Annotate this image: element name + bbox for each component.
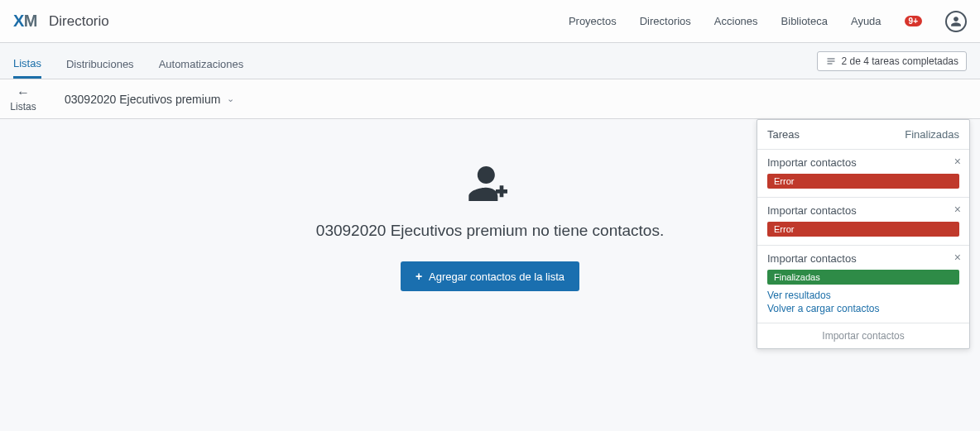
nav-ayuda[interactable]: Ayuda	[851, 15, 882, 27]
logo-m: M	[24, 12, 37, 31]
tabs: Listas Distribuciones Automatizaciones	[13, 43, 243, 79]
task-links: Ver resultados Volver a cargar contactos	[767, 290, 959, 314]
nav-directorios[interactable]: Directorios	[640, 15, 691, 27]
task-item: Importar contactos × Error	[757, 197, 969, 245]
tasks-panel-footer: Importar contactos	[757, 323, 969, 348]
task-status-bar: Error	[767, 174, 959, 189]
nav-biblioteca[interactable]: Biblioteca	[781, 15, 828, 27]
task-status-text: Error	[774, 176, 794, 186]
tab-listas[interactable]: Listas	[13, 57, 41, 79]
tasks-panel: Tareas Finalizadas Importar contactos × …	[757, 119, 970, 349]
tab-automatizaciones[interactable]: Automatizaciones	[159, 58, 244, 79]
nav-acciones[interactable]: Acciones	[714, 15, 758, 27]
add-person-icon	[467, 160, 513, 207]
task-link-results[interactable]: Ver resultados	[767, 290, 959, 301]
list-name-dropdown[interactable]: 03092020 Ejecutivos premium ⌄	[65, 93, 234, 106]
breadcrumb-row: ← Listas 03092020 Ejecutivos premium ⌄	[0, 79, 980, 119]
brand-area: XM Directorio	[13, 12, 109, 31]
back-button[interactable]: ← Listas	[0, 85, 46, 113]
main-area: 03092020 Ejecutivos premium no tiene con…	[0, 119, 980, 431]
plus-icon: +	[416, 270, 422, 283]
close-icon[interactable]: ×	[954, 203, 961, 216]
task-status-text: Error	[774, 224, 794, 234]
tasks-summary-text: 2 de 4 tareas completadas	[842, 55, 958, 67]
tasks-panel-title: Tareas	[767, 128, 800, 141]
person-icon	[950, 16, 962, 27]
notifications-button[interactable]: 9+	[905, 16, 922, 26]
task-title: Importar contactos	[767, 204, 959, 217]
close-icon[interactable]: ×	[954, 251, 961, 264]
add-contacts-button[interactable]: + Agregar contactos de la lista	[401, 261, 579, 291]
task-item: Importar contactos × Error	[757, 149, 969, 197]
nav-proyectos[interactable]: Proyectos	[569, 15, 617, 27]
close-icon[interactable]: ×	[954, 155, 961, 168]
empty-message: 03092020 Ejecutivos premium no tiene con…	[316, 222, 664, 240]
notifications-badge: 9+	[905, 16, 922, 26]
account-menu[interactable]	[945, 11, 967, 32]
task-status-bar: Error	[767, 222, 959, 237]
chevron-down-icon: ⌄	[227, 93, 234, 104]
logo-x: X	[13, 12, 24, 31]
top-nav: Proyectos Directorios Acciones Bibliotec…	[569, 11, 967, 32]
top-bar: XM Directorio Proyectos Directorios Acci…	[0, 0, 980, 43]
tasks-summary-button[interactable]: 2 de 4 tareas completadas	[817, 51, 967, 71]
logo: XM	[13, 12, 37, 31]
task-title: Importar contactos	[767, 156, 959, 169]
task-item: Importar contactos × Finalizadas Ver res…	[757, 245, 969, 323]
section-title: Directorio	[49, 13, 109, 30]
task-link-reload[interactable]: Volver a cargar contactos	[767, 303, 959, 314]
tab-distribuciones[interactable]: Distribuciones	[66, 58, 134, 79]
tasks-icon	[825, 56, 837, 66]
task-title: Importar contactos	[767, 252, 959, 265]
arrow-left-icon: ←	[17, 85, 30, 100]
list-name: 03092020 Ejecutivos premium	[65, 93, 220, 106]
sub-nav: Listas Distribuciones Automatizaciones 2…	[0, 43, 980, 79]
tasks-panel-status: Finalizadas	[905, 128, 959, 141]
task-status-bar: Finalizadas	[767, 270, 959, 285]
tasks-panel-header: Tareas Finalizadas	[757, 128, 969, 149]
back-label: Listas	[10, 101, 36, 113]
task-status-text: Finalizadas	[774, 272, 820, 282]
add-contacts-label: Agregar contactos de la lista	[429, 271, 564, 283]
